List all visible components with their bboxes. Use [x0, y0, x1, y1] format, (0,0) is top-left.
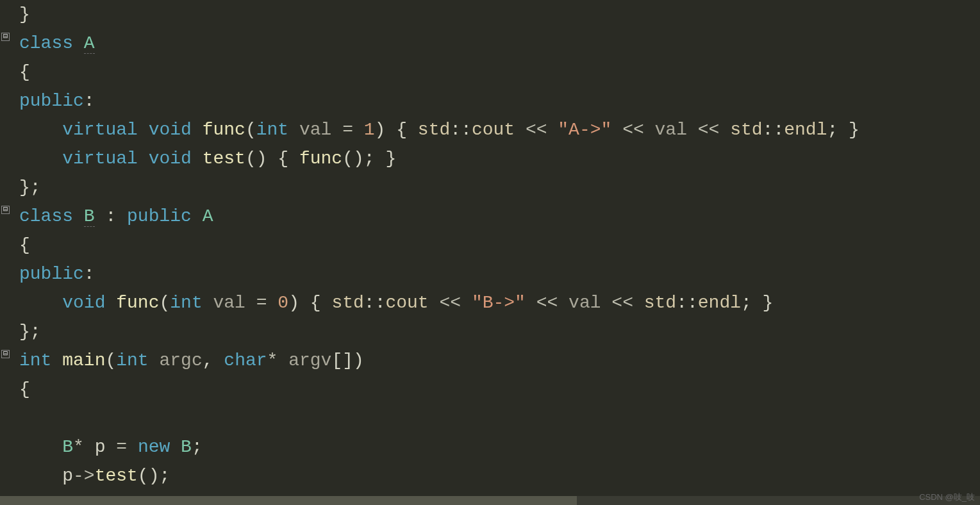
- horizontal-scrollbar[interactable]: [0, 496, 980, 505]
- brace: {: [299, 293, 331, 313]
- op: <<: [601, 293, 644, 313]
- colon: :: [95, 206, 127, 226]
- keyword-int: int: [19, 351, 51, 370]
- rparen: ): [375, 120, 386, 140]
- keyword-void: void: [149, 149, 192, 169]
- brace: }: [19, 322, 30, 342]
- brackets: []: [331, 351, 353, 370]
- code-line: class B : public A: [19, 202, 980, 231]
- brace: {: [267, 149, 299, 169]
- lparen: (: [105, 351, 116, 370]
- keyword-new: new: [138, 437, 170, 457]
- keyword-char: char: [224, 351, 267, 370]
- code-line: virtual void test() { func(); }: [19, 144, 980, 173]
- fold-toggle-class-a[interactable]: ⊟: [1, 33, 10, 41]
- fold-gutter: ⊟ ⊟ ⊟: [0, 0, 12, 505]
- code-line: {: [19, 58, 980, 87]
- comma: ,: [203, 351, 224, 370]
- variable: p: [62, 466, 73, 486]
- code-line: p->test();: [19, 461, 980, 490]
- keyword-class: class: [19, 206, 73, 226]
- op: *: [267, 351, 278, 370]
- code-line: B* p = new B;: [19, 433, 980, 461]
- string: "B->": [472, 293, 526, 313]
- code-editor[interactable]: ⊟ ⊟ ⊟ } class A { public: virtual void f…: [0, 0, 980, 505]
- code-line: {: [19, 231, 980, 260]
- param: val: [213, 293, 245, 313]
- fold-toggle-class-b[interactable]: ⊟: [1, 206, 10, 214]
- code-text-area[interactable]: } class A { public: virtual void func(in…: [12, 0, 980, 505]
- brace: {: [19, 62, 30, 82]
- param: argv: [278, 351, 331, 370]
- keyword-void: void: [62, 293, 105, 313]
- code-line: public:: [19, 260, 980, 288]
- scope: ::: [676, 293, 698, 313]
- function-name: func: [116, 293, 159, 313]
- op: <<: [515, 120, 558, 140]
- op: *: [73, 437, 84, 457]
- type-name: B: [84, 206, 95, 227]
- brace: }: [385, 149, 396, 169]
- identifier: val: [655, 120, 687, 140]
- identifier: val: [569, 293, 601, 313]
- code-line: void func(int val = 0) { std::cout << "B…: [19, 288, 980, 317]
- lparen: (: [159, 293, 170, 313]
- code-line: {: [19, 375, 980, 404]
- namespace: std: [644, 293, 676, 313]
- op: =: [331, 120, 363, 140]
- code-line: [19, 404, 980, 433]
- parens: (): [138, 466, 160, 486]
- scope: ::: [763, 120, 785, 140]
- namespace: std: [331, 293, 363, 313]
- parens: (): [342, 149, 364, 169]
- brace: {: [19, 235, 30, 255]
- brace: {: [19, 379, 30, 399]
- keyword-public: public: [19, 264, 84, 284]
- identifier: endl: [784, 120, 827, 140]
- variable: p: [84, 437, 106, 457]
- code-line: }: [19, 0, 980, 29]
- op: <<: [526, 293, 569, 313]
- code-line: };: [19, 173, 980, 202]
- string: "A->": [558, 120, 611, 140]
- parens: (): [245, 149, 267, 169]
- keyword-class: class: [19, 33, 73, 53]
- identifier: endl: [698, 293, 741, 313]
- keyword-virtual: virtual: [62, 149, 138, 169]
- param: argc: [160, 351, 203, 370]
- rparen: ): [288, 293, 299, 313]
- op: =: [105, 437, 137, 457]
- call: func: [299, 149, 342, 169]
- code-line: virtual void func(int val = 1) { std::co…: [19, 115, 980, 144]
- keyword-virtual: virtual: [62, 120, 138, 140]
- semi: ;: [364, 149, 386, 169]
- identifier: cout: [385, 293, 428, 313]
- keyword-int: int: [116, 351, 148, 370]
- colon: :: [84, 91, 95, 111]
- function-name: func: [203, 120, 245, 140]
- namespace: std: [730, 120, 762, 140]
- keyword-public: public: [127, 206, 192, 226]
- fold-toggle-main[interactable]: ⊟: [1, 350, 10, 358]
- type-name: B: [170, 437, 192, 457]
- scope: ::: [364, 293, 386, 313]
- watermark: CSDN @吱_吱: [919, 492, 975, 503]
- type-name: A: [84, 33, 95, 54]
- keyword-int: int: [256, 120, 288, 140]
- rparen: ): [353, 351, 364, 370]
- keyword-int: int: [170, 293, 202, 313]
- brace: }: [763, 293, 774, 313]
- op: <<: [611, 120, 654, 140]
- code-line: public:: [19, 87, 980, 115]
- scrollbar-thumb[interactable]: [0, 496, 577, 505]
- semi: ;: [827, 120, 849, 140]
- op: <<: [687, 120, 730, 140]
- semi: ;: [30, 322, 41, 342]
- code-line: int main(int argc, char* argv[]): [19, 346, 980, 375]
- type-name: B: [62, 437, 73, 457]
- brace: }: [849, 120, 860, 140]
- brace: }: [19, 4, 30, 24]
- semi: ;: [192, 437, 203, 457]
- semi: ;: [30, 178, 41, 197]
- keyword-public: public: [19, 91, 84, 111]
